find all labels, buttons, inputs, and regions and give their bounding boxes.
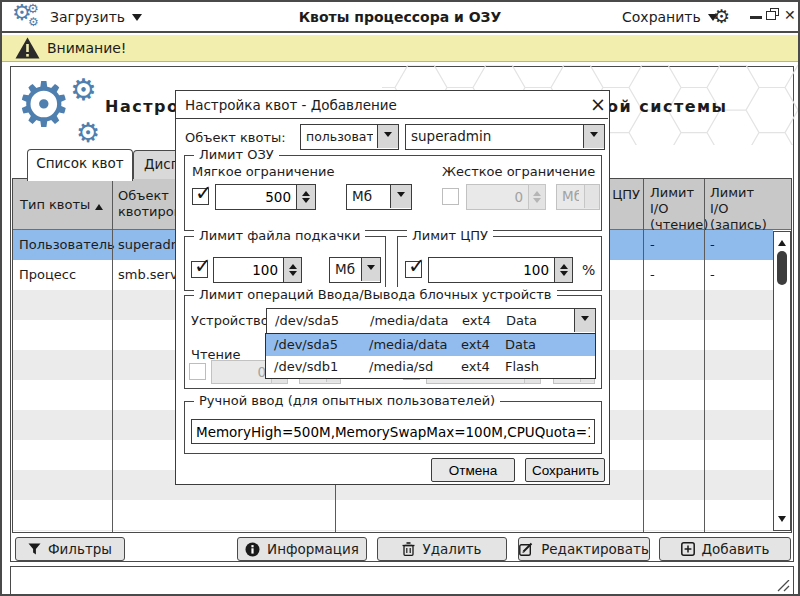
quota-type-select[interactable]: пользователь — [300, 124, 399, 150]
device-fs: ext4 — [462, 309, 506, 332]
app-logo-gear-small2-icon: ⚙ — [28, 15, 39, 29]
delete-label: Удалить — [422, 541, 481, 557]
dropdown-arrow-icon[interactable] — [574, 309, 595, 332]
soft-limit-checkbox[interactable] — [192, 188, 209, 205]
hard-unit-select: Мб — [556, 184, 600, 210]
swap-limit-spinner[interactable] — [283, 257, 302, 283]
soft-limit-input[interactable] — [215, 184, 297, 210]
swap-unit-value: Мб — [330, 258, 356, 281]
load-menu-label: Загрузить — [50, 9, 125, 25]
save-menu-button[interactable]: Сохранить — [622, 2, 718, 33]
option-device-name: Flash — [505, 356, 539, 378]
tab-quota-list[interactable]: Список квот — [27, 149, 133, 181]
device-option[interactable]: /dev/sdb1 /media/sd ext4 Flash — [266, 356, 595, 378]
app-logo-gear-small-icon: ⚙ — [27, 1, 39, 16]
dropdown-arrow-icon[interactable] — [390, 185, 411, 208]
maximize-button[interactable] — [766, 8, 781, 23]
device-mount: /media/data — [370, 309, 462, 332]
ram-limit-legend: Лимит ОЗУ — [194, 147, 279, 162]
app-window: ⚙ ⚙ ⚙ Загрузить Квоты процессора и ОЗУ С… — [0, 0, 800, 596]
app-gears-logo-icon: ⚙ — [16, 68, 72, 141]
swap-limit-input[interactable] — [213, 257, 284, 283]
cpu-unit-label: % — [582, 262, 595, 278]
option-device-mount: /media/data — [369, 334, 461, 356]
quota-object-label: Объект квоты: — [185, 130, 286, 145]
manual-input-field[interactable] — [191, 419, 595, 444]
device-select[interactable]: /dev/sda5 /media/data ext4 Data — [266, 308, 596, 334]
device-dropdown-list: /dev/sda5 /media/data ext4 Data /dev/sdb… — [265, 333, 596, 379]
io-limit-legend: Лимит операций Ввода/Вывода блочных устр… — [194, 287, 557, 302]
quota-name-select[interactable]: superadmin — [405, 124, 605, 150]
app-gears-logo-small2-icon: ⚙ — [76, 117, 100, 148]
hard-limit-checkbox[interactable] — [442, 188, 459, 205]
hard-limit-label: Жесткое ограничение — [442, 164, 595, 179]
manual-input-group: Ручной ввод (для опытных пользователей) — [184, 401, 602, 454]
swap-limit-group: Лимит файла подкачки Мб — [184, 236, 386, 291]
io-read-input[interactable] — [211, 360, 272, 384]
option-device-name: Data — [505, 334, 536, 356]
dialog-save-button[interactable]: Сохранить — [525, 458, 605, 482]
manual-input-legend: Ручной ввод (для опытных пользователей) — [194, 393, 500, 408]
dropdown-arrow-icon[interactable] — [377, 125, 398, 148]
edit-button[interactable]: Редактировать — [518, 537, 650, 561]
dialog-separator — [176, 118, 608, 119]
titlebar: ⚙ ⚙ ⚙ Загрузить Квоты процессора и ОЗУ С… — [2, 2, 798, 33]
cpu-limit-spinner[interactable] — [554, 257, 573, 283]
swap-unit-select[interactable]: Мб — [329, 257, 381, 283]
dropdown-arrow-icon[interactable] — [361, 258, 380, 281]
swap-limit-checkbox[interactable] — [191, 261, 208, 278]
info-button[interactable]: Информация — [237, 537, 367, 561]
app-gears-logo-small-icon: ⚙ — [70, 72, 97, 107]
cpu-limit-legend: Лимит ЦПУ — [407, 228, 493, 243]
delete-button[interactable]: Удалить — [377, 537, 507, 561]
option-device-fs: ext4 — [461, 356, 505, 378]
cell-io-write: - — [710, 230, 715, 260]
cpu-limit-checkbox[interactable] — [405, 261, 422, 278]
quota-type-value: пользователь — [301, 125, 373, 148]
quota-dialog: Настройка квот - Добавление × Объект кво… — [175, 90, 610, 485]
settings-gear-icon[interactable]: ⚙ — [713, 5, 730, 27]
dropdown-arrow-icon[interactable] — [583, 125, 604, 148]
warning-banner: Внимание! — [2, 35, 798, 62]
hard-unit-value: Мб — [557, 185, 579, 208]
device-name: Data — [506, 309, 537, 332]
hard-limit-input[interactable] — [466, 184, 529, 210]
col-header-type[interactable]: Тип квоты — [20, 197, 90, 213]
add-button[interactable]: Добавить — [659, 537, 791, 561]
chevron-down-icon — [132, 14, 142, 26]
ram-limit-group: Лимит ОЗУ Мягкое ограничение Мб Жесткое … — [184, 155, 602, 231]
resize-grip-icon[interactable] — [777, 580, 790, 592]
scroll-up-icon[interactable] — [778, 236, 786, 246]
option-device-path: /dev/sda5 — [274, 334, 369, 356]
device-option-selected[interactable]: /dev/sda5 /media/data ext4 Data — [266, 334, 595, 356]
edit-label: Редактировать — [541, 541, 649, 557]
close-window-icon[interactable]: ✕ — [784, 7, 796, 23]
io-read-checkbox[interactable] — [189, 363, 206, 380]
option-device-fs: ext4 — [461, 334, 505, 356]
filters-button[interactable]: Фильтры — [15, 537, 125, 561]
cancel-button[interactable]: Отмена — [431, 458, 515, 482]
quota-name-value: superadmin — [406, 125, 578, 148]
col-header-io-read[interactable]: Лимит I/O (чтение) — [650, 185, 702, 233]
dialog-title: Настройка квот - Добавление — [185, 97, 397, 113]
dialog-close-icon[interactable]: × — [590, 93, 606, 115]
soft-limit-label: Мягкое ограничение — [192, 164, 334, 179]
cpu-limit-input[interactable] — [428, 257, 555, 283]
sort-ascending-icon — [95, 200, 103, 210]
filter-funnel-icon — [28, 543, 41, 555]
save-menu-label: Сохранить — [622, 9, 701, 25]
cell-io-read: - — [650, 260, 655, 290]
soft-unit-select[interactable]: Мб — [346, 184, 412, 210]
trash-icon — [402, 542, 415, 556]
dropdown-arrow-icon — [584, 185, 599, 208]
soft-limit-spinner[interactable] — [296, 184, 316, 210]
cell-type: Пользователь — [19, 230, 115, 260]
minimize-button[interactable] — [750, 16, 762, 19]
scroll-down-icon[interactable] — [778, 516, 786, 526]
cell-io-read: - — [650, 230, 655, 260]
load-menu-button[interactable]: Загрузить — [50, 2, 142, 33]
column-divider — [704, 179, 705, 532]
col-header-io-write[interactable]: Лимит I/O (запись) — [710, 185, 766, 233]
table-scrollbar[interactable] — [773, 231, 791, 531]
scrollbar-thumb[interactable] — [777, 251, 787, 285]
